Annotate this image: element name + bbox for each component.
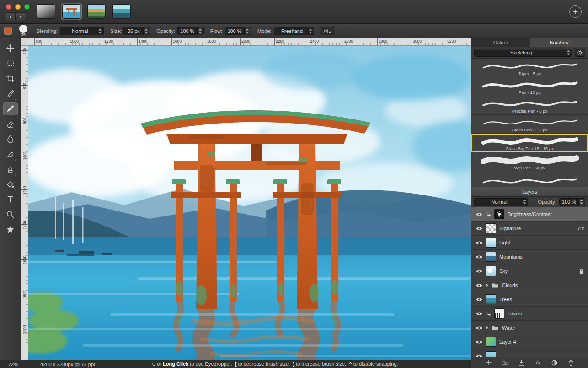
brush-category-dropdown[interactable]: Sketching	[474, 49, 572, 57]
layer-thumbnail[interactable]	[486, 294, 496, 304]
adjustment-thumbnail[interactable]	[494, 209, 504, 219]
minimize-window-button[interactable]	[15, 4, 21, 10]
layer-row-clouds[interactable]: Clouds	[471, 278, 588, 292]
blending-dropdown[interactable]: Normal	[60, 27, 104, 35]
layer-row-signature[interactable]: Signature Fx	[471, 222, 588, 236]
layer-effects-button[interactable]: fx	[534, 358, 543, 367]
brush-preview: 35	[16, 25, 30, 37]
layer-thumbnail[interactable]	[486, 238, 496, 248]
dropdown-arrows-icon	[567, 50, 570, 56]
layer-row-sky[interactable]: Sky	[471, 264, 588, 278]
tool-crop[interactable]	[3, 72, 18, 85]
visibility-eye-icon[interactable]	[476, 311, 483, 316]
visibility-eye-icon[interactable]	[476, 254, 483, 260]
brush-item-selected[interactable]: Static Big Pen 15 - 15 px	[471, 134, 588, 152]
layer-row-levels[interactable]: Levels	[471, 307, 588, 321]
layer-name: Trees	[499, 297, 584, 302]
tool-move[interactable]	[3, 42, 18, 55]
document-tab-2[interactable]	[61, 3, 82, 20]
mode-dropdown[interactable]: Freehand	[274, 27, 314, 35]
layer-row-water[interactable]: Water	[471, 321, 588, 335]
opacity-stepper[interactable]: 100 %	[177, 27, 204, 35]
tool-blur[interactable]	[3, 132, 18, 146]
layer-opacity-spin-buttons[interactable]	[579, 198, 585, 206]
tool-favorites[interactable]	[3, 223, 18, 236]
add-layer-button[interactable]	[484, 358, 493, 367]
layer-thumbnail[interactable]	[486, 223, 496, 233]
document-tab-1[interactable]	[36, 3, 57, 20]
layer-row-layer4[interactable]: Layer 4	[471, 335, 588, 349]
zoom-window-button[interactable]	[24, 4, 30, 10]
visibility-eye-icon[interactable]	[476, 226, 483, 231]
stepper-arrows-icon	[246, 28, 249, 34]
tool-pen[interactable]: ,	[3, 87, 18, 100]
brush-item[interactable]	[471, 171, 588, 187]
merge-layer-button[interactable]	[517, 358, 526, 367]
delete-layer-button[interactable]	[567, 358, 576, 367]
dropdown-arrows-icon	[309, 28, 312, 34]
tool-flood-fill[interactable]: ,	[3, 178, 18, 191]
layer-thumbnail[interactable]	[486, 337, 496, 347]
ruler-horizontal[interactable]: 8001000120014001600180020002200240026002…	[28, 38, 471, 46]
layer-thumbnail[interactable]	[486, 252, 496, 262]
layer-thumbnail[interactable]	[486, 266, 496, 276]
brush-settings-button[interactable]	[575, 49, 585, 57]
add-group-button[interactable]	[501, 358, 510, 367]
tool-text[interactable]	[3, 193, 18, 206]
tool-paint-brush[interactable]	[3, 102, 18, 115]
tool-eraser[interactable]: ,	[3, 117, 18, 130]
tool-smudge[interactable]: ,	[3, 147, 18, 161]
tool-marquee[interactable]: ,	[3, 57, 18, 70]
visibility-eye-icon[interactable]	[476, 340, 483, 345]
document-nav: ‹ ›	[5, 12, 26, 21]
visibility-eye-icon[interactable]	[476, 283, 483, 288]
tab-brushes[interactable]: Brushes	[530, 38, 588, 47]
adjustment-thumbnail[interactable]	[494, 308, 504, 319]
visibility-eye-icon[interactable]	[476, 297, 483, 302]
tool-clone-stamp[interactable]: ,	[3, 162, 18, 176]
document-tab-4[interactable]	[111, 3, 132, 20]
visibility-eye-icon[interactable]	[476, 212, 483, 217]
layer-row-trees[interactable]: Trees	[471, 292, 588, 307]
opacity-spin-buttons[interactable]	[198, 27, 204, 35]
brush-item[interactable]: Taper - 5 px	[471, 59, 588, 77]
tool-zoom[interactable]	[3, 208, 18, 221]
back-button[interactable]: ‹	[5, 12, 16, 21]
brush-item[interactable]: Wet Pen - 50 px	[471, 152, 588, 171]
visibility-eye-icon[interactable]	[476, 240, 483, 245]
size-stepper[interactable]: 35 px	[123, 27, 150, 35]
document-tab-3[interactable]	[86, 3, 107, 20]
layer-opacity-value[interactable]: 100 %	[559, 198, 579, 206]
stabilizer-button[interactable]	[321, 27, 334, 35]
color-swatch[interactable]	[4, 27, 12, 35]
layer-row-partial[interactable]	[471, 349, 588, 357]
visibility-eye-icon[interactable]	[476, 269, 483, 274]
layer-blend-dropdown[interactable]: Normal	[474, 198, 528, 206]
layer-thumbnail[interactable]	[486, 351, 496, 357]
layer-lock-badge[interactable]	[579, 268, 584, 274]
flow-stepper[interactable]: 100 %	[225, 27, 251, 35]
tab-colors[interactable]: Colors	[471, 38, 530, 47]
disclosure-triangle-icon[interactable]	[486, 283, 488, 287]
brush-item[interactable]: Precise Pen - 8 px	[471, 96, 588, 115]
brush-item[interactable]: Pen - 10 px	[471, 77, 588, 96]
layer-fx-badge[interactable]: Fx	[577, 226, 584, 232]
flow-spin-buttons[interactable]	[245, 27, 251, 35]
ruler-vertical[interactable]: 400600800100012001400160018002000	[21, 46, 28, 360]
layer-row-mountains[interactable]: Mountains	[471, 250, 588, 264]
visibility-eye-icon[interactable]	[476, 325, 483, 330]
disclosure-triangle-icon[interactable]	[486, 326, 488, 330]
size-value[interactable]: 35 px	[123, 27, 144, 35]
opacity-value[interactable]: 100 %	[177, 27, 198, 35]
flow-value[interactable]: 100 %	[225, 27, 245, 35]
brush-item[interactable]: Static Pen 3 - 3 px	[471, 115, 588, 134]
layer-row-brightness-contrast[interactable]: Brightness/Contrast	[471, 207, 588, 222]
close-window-button[interactable]	[6, 4, 11, 10]
layer-opacity-stepper[interactable]: 100 %	[559, 198, 585, 206]
adjustment-button[interactable]	[550, 358, 559, 367]
size-spin-buttons[interactable]	[144, 27, 150, 35]
canvas[interactable]	[28, 46, 471, 360]
new-document-button[interactable]: +	[569, 5, 582, 18]
layer-row-light[interactable]: Light	[471, 236, 588, 250]
forward-button[interactable]: ›	[16, 12, 26, 21]
